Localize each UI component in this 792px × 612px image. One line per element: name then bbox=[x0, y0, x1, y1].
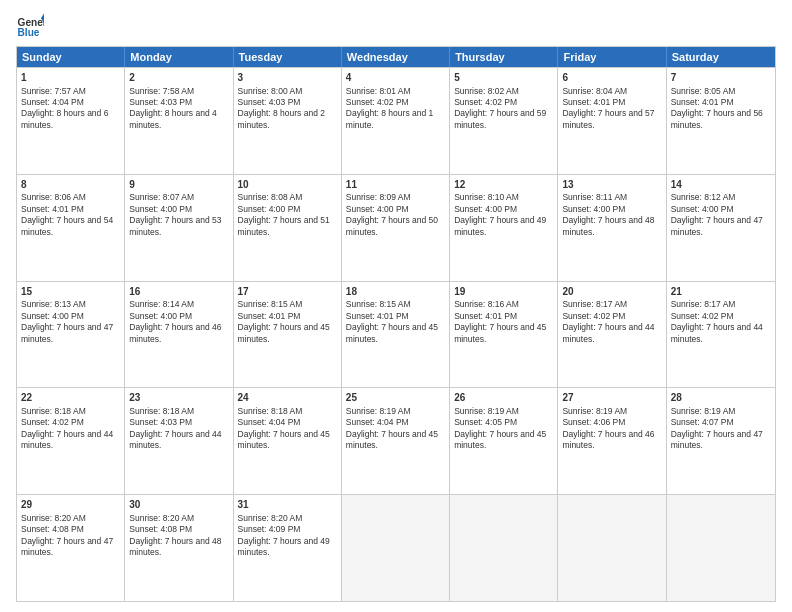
daylight: Daylight: 7 hours and 53 minutes. bbox=[129, 215, 221, 236]
calendar-cell: 14Sunrise: 8:12 AMSunset: 4:00 PMDayligh… bbox=[667, 175, 775, 281]
day-number: 29 bbox=[21, 498, 120, 512]
day-number: 14 bbox=[671, 178, 771, 192]
sunset: Sunset: 4:00 PM bbox=[129, 204, 192, 214]
calendar-cell: 20Sunrise: 8:17 AMSunset: 4:02 PMDayligh… bbox=[558, 282, 666, 388]
calendar-header: SundayMondayTuesdayWednesdayThursdayFrid… bbox=[17, 47, 775, 67]
day-number: 12 bbox=[454, 178, 553, 192]
daylight: Daylight: 7 hours and 49 minutes. bbox=[454, 215, 546, 236]
sunset: Sunset: 4:01 PM bbox=[562, 97, 625, 107]
weekday-header: Monday bbox=[125, 47, 233, 67]
calendar-cell: 31Sunrise: 8:20 AMSunset: 4:09 PMDayligh… bbox=[234, 495, 342, 601]
calendar-cell: 29Sunrise: 8:20 AMSunset: 4:08 PMDayligh… bbox=[17, 495, 125, 601]
sunrise: Sunrise: 8:08 AM bbox=[238, 192, 303, 202]
day-number: 25 bbox=[346, 391, 445, 405]
weekday-header: Wednesday bbox=[342, 47, 450, 67]
daylight: Daylight: 7 hours and 44 minutes. bbox=[129, 429, 221, 450]
weekday-header: Saturday bbox=[667, 47, 775, 67]
daylight: Daylight: 7 hours and 45 minutes. bbox=[454, 429, 546, 450]
day-number: 28 bbox=[671, 391, 771, 405]
sunrise: Sunrise: 8:06 AM bbox=[21, 192, 86, 202]
calendar-cell: 10Sunrise: 8:08 AMSunset: 4:00 PMDayligh… bbox=[234, 175, 342, 281]
day-number: 7 bbox=[671, 71, 771, 85]
sunset: Sunset: 4:01 PM bbox=[238, 311, 301, 321]
daylight: Daylight: 7 hours and 56 minutes. bbox=[671, 108, 763, 129]
sunrise: Sunrise: 8:11 AM bbox=[562, 192, 627, 202]
sunset: Sunset: 4:02 PM bbox=[671, 311, 734, 321]
sunrise: Sunrise: 8:18 AM bbox=[21, 406, 86, 416]
calendar-cell: 16Sunrise: 8:14 AMSunset: 4:00 PMDayligh… bbox=[125, 282, 233, 388]
sunset: Sunset: 4:04 PM bbox=[238, 417, 301, 427]
daylight: Daylight: 7 hours and 44 minutes. bbox=[21, 429, 113, 450]
calendar-cell: 3Sunrise: 8:00 AMSunset: 4:03 PMDaylight… bbox=[234, 68, 342, 174]
sunrise: Sunrise: 7:57 AM bbox=[21, 86, 86, 96]
calendar-cell: 13Sunrise: 8:11 AMSunset: 4:00 PMDayligh… bbox=[558, 175, 666, 281]
daylight: Daylight: 7 hours and 57 minutes. bbox=[562, 108, 654, 129]
daylight: Daylight: 7 hours and 54 minutes. bbox=[21, 215, 113, 236]
calendar-cell: 23Sunrise: 8:18 AMSunset: 4:03 PMDayligh… bbox=[125, 388, 233, 494]
weekday-header: Tuesday bbox=[234, 47, 342, 67]
sunrise: Sunrise: 8:10 AM bbox=[454, 192, 519, 202]
calendar-cell: 27Sunrise: 8:19 AMSunset: 4:06 PMDayligh… bbox=[558, 388, 666, 494]
sunset: Sunset: 4:01 PM bbox=[346, 311, 409, 321]
calendar-cell: 2Sunrise: 7:58 AMSunset: 4:03 PMDaylight… bbox=[125, 68, 233, 174]
calendar-cell: 9Sunrise: 8:07 AMSunset: 4:00 PMDaylight… bbox=[125, 175, 233, 281]
sunset: Sunset: 4:00 PM bbox=[129, 311, 192, 321]
calendar-cell: 11Sunrise: 8:09 AMSunset: 4:00 PMDayligh… bbox=[342, 175, 450, 281]
calendar-cell: 26Sunrise: 8:19 AMSunset: 4:05 PMDayligh… bbox=[450, 388, 558, 494]
calendar-cell bbox=[450, 495, 558, 601]
sunset: Sunset: 4:01 PM bbox=[21, 204, 84, 214]
calendar-cell bbox=[342, 495, 450, 601]
sunset: Sunset: 4:00 PM bbox=[454, 204, 517, 214]
calendar-cell: 6Sunrise: 8:04 AMSunset: 4:01 PMDaylight… bbox=[558, 68, 666, 174]
day-number: 23 bbox=[129, 391, 228, 405]
daylight: Daylight: 7 hours and 45 minutes. bbox=[238, 322, 330, 343]
daylight: Daylight: 7 hours and 46 minutes. bbox=[129, 322, 221, 343]
daylight: Daylight: 7 hours and 51 minutes. bbox=[238, 215, 330, 236]
daylight: Daylight: 7 hours and 48 minutes. bbox=[129, 536, 221, 557]
day-number: 21 bbox=[671, 285, 771, 299]
sunrise: Sunrise: 7:58 AM bbox=[129, 86, 194, 96]
sunset: Sunset: 4:07 PM bbox=[671, 417, 734, 427]
calendar-cell: 21Sunrise: 8:17 AMSunset: 4:02 PMDayligh… bbox=[667, 282, 775, 388]
sunrise: Sunrise: 8:13 AM bbox=[21, 299, 86, 309]
calendar-week: 8Sunrise: 8:06 AMSunset: 4:01 PMDaylight… bbox=[17, 174, 775, 281]
calendar-week: 1Sunrise: 7:57 AMSunset: 4:04 PMDaylight… bbox=[17, 67, 775, 174]
sunrise: Sunrise: 8:09 AM bbox=[346, 192, 411, 202]
day-number: 13 bbox=[562, 178, 661, 192]
sunrise: Sunrise: 8:14 AM bbox=[129, 299, 194, 309]
sunset: Sunset: 4:06 PM bbox=[562, 417, 625, 427]
sunset: Sunset: 4:00 PM bbox=[671, 204, 734, 214]
day-number: 6 bbox=[562, 71, 661, 85]
weekday-header: Friday bbox=[558, 47, 666, 67]
day-number: 27 bbox=[562, 391, 661, 405]
sunrise: Sunrise: 8:15 AM bbox=[346, 299, 411, 309]
page-header: General Blue bbox=[16, 12, 776, 40]
sunrise: Sunrise: 8:20 AM bbox=[129, 513, 194, 523]
weekday-header: Sunday bbox=[17, 47, 125, 67]
daylight: Daylight: 7 hours and 45 minutes. bbox=[346, 322, 438, 343]
calendar-cell: 24Sunrise: 8:18 AMSunset: 4:04 PMDayligh… bbox=[234, 388, 342, 494]
daylight: Daylight: 7 hours and 44 minutes. bbox=[671, 322, 763, 343]
sunrise: Sunrise: 8:15 AM bbox=[238, 299, 303, 309]
sunset: Sunset: 4:03 PM bbox=[238, 97, 301, 107]
day-number: 22 bbox=[21, 391, 120, 405]
calendar-cell: 5Sunrise: 8:02 AMSunset: 4:02 PMDaylight… bbox=[450, 68, 558, 174]
daylight: Daylight: 7 hours and 46 minutes. bbox=[562, 429, 654, 450]
calendar-body: 1Sunrise: 7:57 AMSunset: 4:04 PMDaylight… bbox=[17, 67, 775, 601]
calendar-cell: 30Sunrise: 8:20 AMSunset: 4:08 PMDayligh… bbox=[125, 495, 233, 601]
daylight: Daylight: 8 hours and 2 minutes. bbox=[238, 108, 325, 129]
day-number: 19 bbox=[454, 285, 553, 299]
daylight: Daylight: 8 hours and 6 minutes. bbox=[21, 108, 108, 129]
daylight: Daylight: 7 hours and 47 minutes. bbox=[21, 322, 113, 343]
logo-icon: General Blue bbox=[16, 12, 44, 40]
sunrise: Sunrise: 8:16 AM bbox=[454, 299, 519, 309]
sunset: Sunset: 4:08 PM bbox=[21, 524, 84, 534]
calendar-cell: 25Sunrise: 8:19 AMSunset: 4:04 PMDayligh… bbox=[342, 388, 450, 494]
sunrise: Sunrise: 8:12 AM bbox=[671, 192, 736, 202]
sunset: Sunset: 4:02 PM bbox=[21, 417, 84, 427]
sunrise: Sunrise: 8:19 AM bbox=[346, 406, 411, 416]
calendar-cell: 12Sunrise: 8:10 AMSunset: 4:00 PMDayligh… bbox=[450, 175, 558, 281]
day-number: 2 bbox=[129, 71, 228, 85]
sunrise: Sunrise: 8:17 AM bbox=[671, 299, 736, 309]
day-number: 18 bbox=[346, 285, 445, 299]
